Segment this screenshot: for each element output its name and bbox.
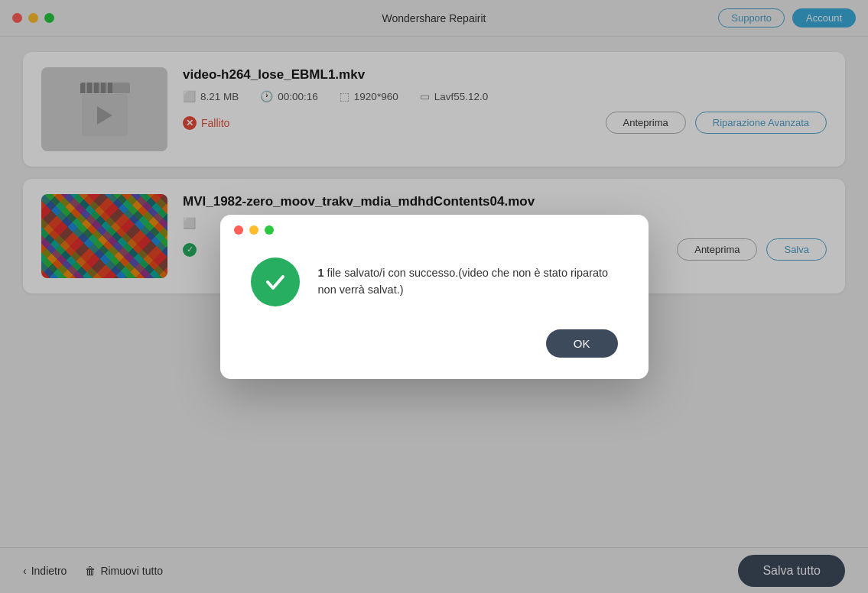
modal-maximize-button[interactable]	[265, 225, 274, 235]
checkmark-svg	[262, 268, 289, 296]
success-check-icon	[251, 258, 300, 306]
modal-message-count: 1	[318, 267, 324, 279]
modal-body: 1 file salvato/i con successo.(video che…	[220, 242, 649, 329]
modal-titlebar	[220, 215, 649, 242]
modal-message: 1 file salvato/i con successo.(video che…	[318, 265, 618, 299]
success-modal: 1 file salvato/i con successo.(video che…	[220, 215, 649, 379]
modal-minimize-button[interactable]	[249, 225, 258, 235]
modal-close-button[interactable]	[234, 225, 243, 235]
modal-message-text: file salvato/i con successo.(video che n…	[318, 267, 609, 296]
modal-footer: OK	[220, 329, 649, 379]
ok-button[interactable]: OK	[546, 329, 618, 358]
modal-overlay: 1 file salvato/i con successo.(video che…	[0, 0, 868, 593]
